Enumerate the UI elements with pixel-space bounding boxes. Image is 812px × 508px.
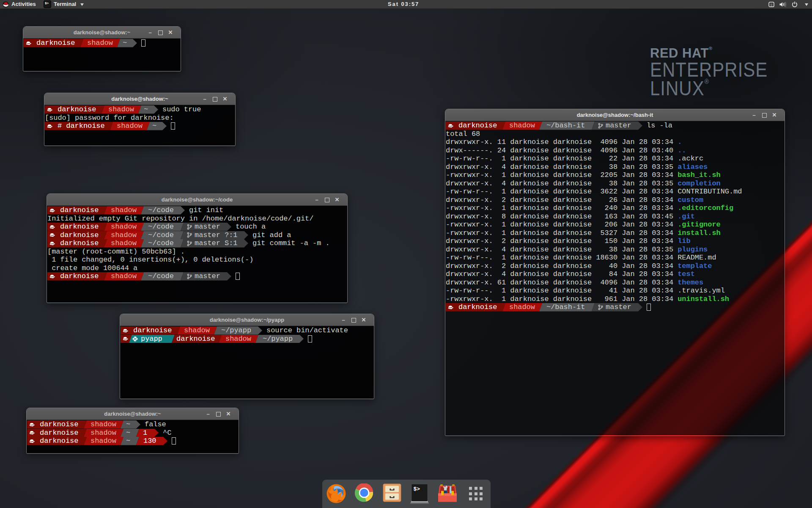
svg-text:$>: $>	[45, 2, 49, 5]
svg-text:$>: $>	[414, 486, 420, 492]
